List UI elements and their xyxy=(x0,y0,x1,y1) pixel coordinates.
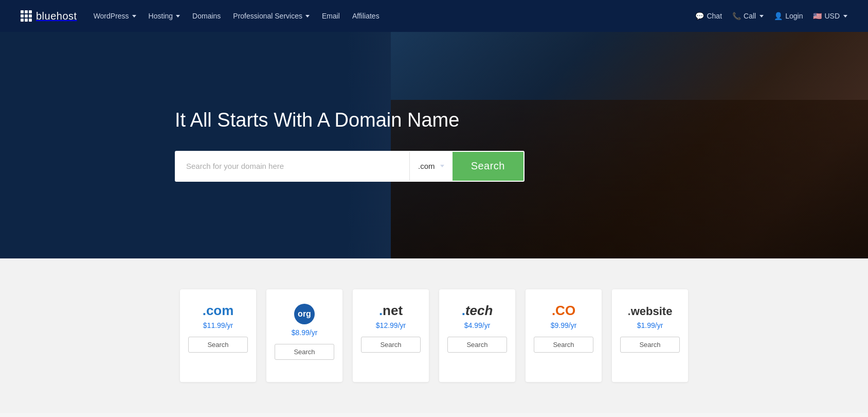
chevron-down-icon xyxy=(843,15,847,18)
domain-price-net: $12.99/yr xyxy=(376,321,406,329)
logo[interactable]: bluehost xyxy=(21,10,77,22)
domain-ext-net: .net xyxy=(379,304,403,317)
domain-price-com: $11.99/yr xyxy=(203,321,233,329)
user-icon: 👤 xyxy=(774,12,783,20)
nav-link-professional-services[interactable]: Professional Services xyxy=(233,12,310,20)
domain-ext-website: .website xyxy=(628,304,673,317)
domain-ext-tech: .tech xyxy=(462,304,493,317)
domain-card-tech: .tech $4.99/yr Search xyxy=(439,289,515,382)
tld-dropdown[interactable]: .com xyxy=(409,152,453,181)
domain-price-tech: $4.99/yr xyxy=(464,321,491,329)
domain-search-btn-website[interactable]: Search xyxy=(620,337,680,353)
nav-item-affiliates[interactable]: Affiliates xyxy=(352,12,379,20)
nav-item-professional-services[interactable]: Professional Services xyxy=(233,12,310,20)
chevron-down-icon xyxy=(132,15,136,18)
chat-icon: 💬 xyxy=(695,12,704,20)
nav-link-email[interactable]: Email xyxy=(322,12,340,20)
nav-item-wordpress[interactable]: WordPress xyxy=(94,12,136,20)
nav-item-email[interactable]: Email xyxy=(322,12,340,20)
chevron-down-icon xyxy=(305,15,310,18)
hero-section: It All Starts With A Domain Name .com Se… xyxy=(0,32,868,258)
domain-search-btn-net[interactable]: Search xyxy=(361,337,421,353)
domain-ext-org: org xyxy=(294,304,315,324)
logo-text: bluehost xyxy=(36,10,77,22)
flag-icon: 🇺🇸 xyxy=(813,12,822,20)
navbar: bluehost WordPress Hosting Domains xyxy=(0,0,868,32)
domain-card-website: .website $1.99/yr Search xyxy=(612,289,688,382)
chevron-down-icon xyxy=(176,15,180,18)
domain-search-btn-co[interactable]: Search xyxy=(534,337,593,353)
domain-search-input[interactable] xyxy=(176,152,409,181)
domain-price-website: $1.99/yr xyxy=(637,321,663,329)
nav-link-affiliates[interactable]: Affiliates xyxy=(352,12,379,20)
navbar-left: bluehost WordPress Hosting Domains xyxy=(21,10,379,22)
domain-card-org: org $8.99/yr Search xyxy=(266,289,342,382)
domain-search-btn-tech[interactable]: Search xyxy=(447,337,507,353)
domain-price-co: $9.99/yr xyxy=(551,321,577,329)
nav-link-domains[interactable]: Domains xyxy=(192,12,221,20)
domain-cards-section: .com $11.99/yr Search org $8.99/yr Searc… xyxy=(0,258,868,413)
nav-link-hosting[interactable]: Hosting xyxy=(149,12,180,20)
nav-links: WordPress Hosting Domains Professional S… xyxy=(94,12,379,20)
domain-ext-com: .com xyxy=(203,304,234,317)
domain-price-org: $8.99/yr xyxy=(292,328,318,337)
domain-card-com: .com $11.99/yr Search xyxy=(180,289,256,382)
nav-item-domains[interactable]: Domains xyxy=(192,12,221,20)
domain-ext-co: .CO xyxy=(552,304,575,317)
hero-content: It All Starts With A Domain Name .com Se… xyxy=(175,109,525,182)
domain-search-btn-com[interactable]: Search xyxy=(188,337,248,353)
domain-card-co: .CO $9.99/yr Search xyxy=(526,289,602,382)
call-link[interactable]: 📞 Call xyxy=(732,12,764,20)
org-icon: org xyxy=(294,304,315,324)
chat-link[interactable]: 💬 Chat xyxy=(695,12,722,20)
chevron-down-icon xyxy=(440,165,444,167)
nav-item-hosting[interactable]: Hosting xyxy=(149,12,180,20)
domain-search-btn-org[interactable]: Search xyxy=(275,344,334,360)
domain-card-net: .net $12.99/yr Search xyxy=(353,289,429,382)
navbar-right: 💬 Chat 📞 Call 👤 Login 🇺🇸 USD xyxy=(695,12,847,20)
chevron-down-icon xyxy=(760,15,764,18)
currency-selector[interactable]: 🇺🇸 USD xyxy=(813,12,847,20)
login-link[interactable]: 👤 Login xyxy=(774,12,803,20)
logo-grid-icon xyxy=(21,10,32,22)
domain-search-bar: .com Search xyxy=(175,151,525,182)
hero-search-button[interactable]: Search xyxy=(453,152,523,181)
hero-title: It All Starts With A Domain Name xyxy=(175,109,525,132)
nav-link-wordpress[interactable]: WordPress xyxy=(94,12,136,20)
tld-value: .com xyxy=(418,162,435,170)
phone-icon: 📞 xyxy=(732,12,741,20)
